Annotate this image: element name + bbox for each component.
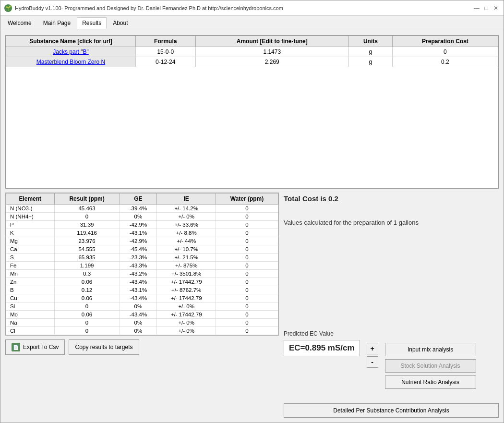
element-result: 0.12 xyxy=(54,286,120,294)
ec-section: Predicted EC Value EC=0.895 mS/cm + - In… xyxy=(284,330,499,389)
nutrient-ratio-analysis-button[interactable]: Nutrient Ratio Analysis xyxy=(385,375,476,389)
element-result: 0.06 xyxy=(54,278,120,286)
export-row: 📄 Export To Csv Copy results to targets xyxy=(5,339,279,355)
maximize-button[interactable]: □ xyxy=(482,4,490,12)
element-result: 0 xyxy=(54,319,120,327)
element-row: N (NO3-) 45.463 -39.4% +/- 14.2% 0 xyxy=(6,205,278,213)
element-result: 0 xyxy=(54,213,120,221)
element-ge: -39.4% xyxy=(120,205,157,213)
table-row: Jacks part "B" 15-0-0 1.1473 g 0 xyxy=(6,47,498,57)
menu-bar: Welcome Main Page Results About xyxy=(0,16,504,30)
element-water: 0 xyxy=(216,302,278,311)
element-water: 0 xyxy=(216,327,278,335)
element-water: 0 xyxy=(216,237,278,245)
element-result: 0.06 xyxy=(54,294,120,302)
element-name: N (NH4+) xyxy=(6,213,55,221)
element-name: P xyxy=(6,221,55,229)
element-water: 0 xyxy=(216,221,278,229)
content-area: Substance Name [click for url] Formula A… xyxy=(0,30,504,423)
calc-note: Values calculated for the preparation of… xyxy=(284,219,499,226)
element-ge: -43.4% xyxy=(120,311,157,319)
substance-units: g xyxy=(348,57,392,67)
plus-button[interactable]: + xyxy=(367,343,378,354)
substance-units: g xyxy=(348,47,392,57)
window-controls: — □ ✕ xyxy=(473,4,500,12)
element-ie: +/- 0% xyxy=(157,327,216,335)
col-header-element: Element xyxy=(6,193,55,205)
minus-button[interactable]: - xyxy=(367,356,378,368)
element-ge: -45.4% xyxy=(120,245,157,254)
element-water: 0 xyxy=(216,245,278,254)
export-csv-button[interactable]: 📄 Export To Csv xyxy=(5,339,65,355)
plus-minus-col: + - xyxy=(367,343,378,368)
element-ie: +/- 17442.79 xyxy=(157,311,216,319)
copy-results-label: Copy results to targets xyxy=(75,344,132,350)
element-row: Zn 0.06 -43.4% +/- 17442.79 0 xyxy=(6,278,278,286)
element-result: 23.976 xyxy=(54,237,120,245)
left-panel: Element Result (ppm) GE IE Water (ppm) N… xyxy=(5,193,279,418)
substance-amount[interactable]: 1.1473 xyxy=(195,47,348,57)
element-water: 0 xyxy=(216,286,278,294)
element-result: 1.199 xyxy=(54,262,120,270)
element-name: Mn xyxy=(6,270,55,278)
stock-solution-analysis-button[interactable]: Stock Solution Analysis xyxy=(385,359,476,373)
element-row: S 65.935 -23.3% +/- 21.5% 0 xyxy=(6,254,278,262)
detailed-analysis-button[interactable]: Detailed Per Substance Contribution Anal… xyxy=(284,403,499,418)
title-bar: 🌱 HydroBuddy v1.100- Programmed and Desi… xyxy=(0,0,504,16)
substance-name[interactable]: Jacks part "B" xyxy=(6,47,136,57)
element-row: B 0.12 -43.1% +/- 8762.7% 0 xyxy=(6,286,278,294)
element-name: N (NO3-) xyxy=(6,205,55,213)
element-name: Zn xyxy=(6,278,55,286)
element-name: Mo xyxy=(6,311,55,319)
element-ie: +/- 3501.8% xyxy=(157,270,216,278)
substance-cost: 0.2 xyxy=(392,57,498,67)
element-ge: -43.4% xyxy=(120,278,157,286)
minimize-button[interactable]: — xyxy=(473,4,480,12)
element-table: Element Result (ppm) GE IE Water (ppm) N… xyxy=(6,193,278,335)
element-row: Cl 0 0% +/- 0% 0 xyxy=(6,327,278,335)
element-ge: -43.1% xyxy=(120,229,157,237)
copy-results-button[interactable]: Copy results to targets xyxy=(69,339,139,355)
element-name: Fe xyxy=(6,262,55,270)
export-csv-label: Export To Csv xyxy=(23,344,59,350)
element-ge: -43.1% xyxy=(120,286,157,294)
total-cost-label: Total Cost is 0.2 xyxy=(284,194,499,203)
element-ie: +/- 17442.79 xyxy=(157,294,216,302)
app-window: 🌱 HydroBuddy v1.100- Programmed and Desi… xyxy=(0,0,504,423)
input-mix-analysis-button[interactable]: Input mix analysis xyxy=(385,343,476,356)
element-water: 0 xyxy=(216,311,278,319)
element-result: 0 xyxy=(54,302,120,311)
substance-name[interactable]: Masterblend Bloom Zero N xyxy=(6,57,136,67)
element-row: Mn 0.3 -43.2% +/- 3501.8% 0 xyxy=(6,270,278,278)
element-ie: +/- 21.5% xyxy=(157,254,216,262)
substance-amount[interactable]: 2.269 xyxy=(195,57,348,67)
close-button[interactable]: ✕ xyxy=(492,4,500,12)
element-ie: +/- 0% xyxy=(157,302,216,311)
element-ie: +/- 10.7% xyxy=(157,245,216,254)
element-name: Na xyxy=(6,319,55,327)
element-name: Cu xyxy=(6,294,55,302)
col-header-cost: Preparation Cost xyxy=(392,36,498,47)
element-name: Ca xyxy=(6,245,55,254)
element-result: 31.39 xyxy=(54,221,120,229)
tab-about[interactable]: About xyxy=(108,17,133,29)
element-ge: 0% xyxy=(120,319,157,327)
substance-formula: 15-0-0 xyxy=(136,47,196,57)
element-ie: +/- 8.8% xyxy=(157,229,216,237)
tab-results[interactable]: Results xyxy=(77,17,107,29)
element-name: Mg xyxy=(6,237,55,245)
col-header-amount: Amount [Edit to fine-tune] xyxy=(195,36,348,47)
tab-welcome[interactable]: Welcome xyxy=(2,17,37,29)
col-header-ge: GE xyxy=(120,193,157,205)
window-title: HydroBuddy v1.100- Programmed and Design… xyxy=(15,5,283,11)
table-row: Masterblend Bloom Zero N 0-12-24 2.269 g… xyxy=(6,57,498,67)
element-row: N (NH4+) 0 0% +/- 0% 0 xyxy=(6,213,278,221)
substance-formula: 0-12-24 xyxy=(136,57,196,67)
tab-main-page[interactable]: Main Page xyxy=(38,17,76,29)
col-header-ie: IE xyxy=(157,193,216,205)
element-ge: -43.4% xyxy=(120,294,157,302)
element-ge: -23.3% xyxy=(120,254,157,262)
ec-label: Predicted EC Value xyxy=(284,330,334,337)
element-row: Mo 0.06 -43.4% +/- 17442.79 0 xyxy=(6,311,278,319)
element-ge: -43.3% xyxy=(120,262,157,270)
